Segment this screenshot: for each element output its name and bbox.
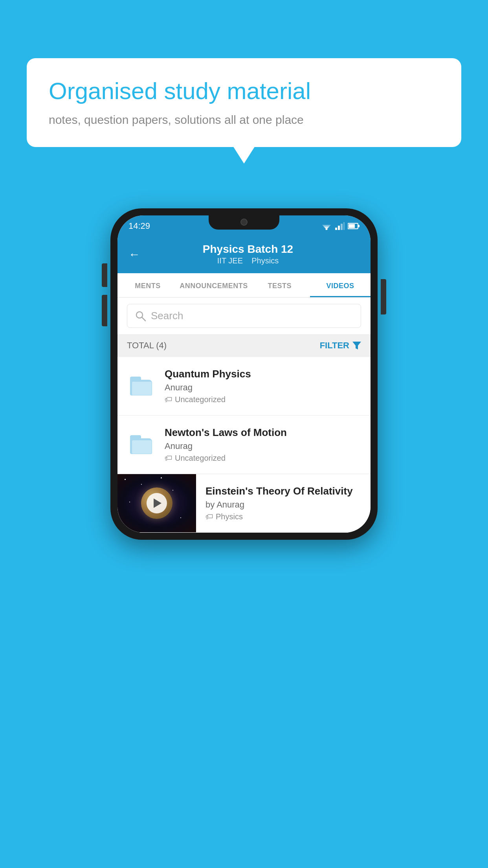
wifi-icon	[321, 222, 332, 230]
item-icon-1	[127, 377, 155, 395]
search-bar[interactable]: Search	[127, 304, 361, 328]
speech-bubble: Organised study material notes, question…	[27, 58, 461, 147]
tab-announcements[interactable]: ANNOUNCEMENTS	[178, 273, 250, 297]
speech-bubble-title: Organised study material	[49, 77, 439, 105]
speech-bubble-container: Organised study material notes, question…	[27, 58, 461, 147]
status-icons	[321, 222, 360, 230]
folder-icon-1	[130, 377, 152, 395]
search-icon	[135, 311, 146, 322]
phone-screen: 14:29	[117, 215, 371, 533]
item-title-1: Quantum Physics	[165, 368, 361, 380]
battery-icon	[348, 223, 360, 230]
search-bar-wrapper: Search	[117, 298, 371, 334]
tab-tests[interactable]: TESTS	[250, 273, 310, 297]
item-tag-2: 🏷 Uncategorized	[165, 454, 361, 463]
item-author-3: by Anurag	[205, 500, 361, 510]
filter-row: TOTAL (4) FILTER	[117, 334, 371, 357]
front-camera	[240, 219, 248, 226]
list-item[interactable]: Newton's Laws of Motion Anurag 🏷 Uncateg…	[117, 416, 371, 474]
header-subtitle: IIT JEE Physics	[148, 256, 348, 265]
filter-label: FILTER	[320, 340, 349, 351]
signal-icon	[335, 222, 345, 230]
play-icon	[154, 498, 161, 508]
app-header: ← Physics Batch 12 IIT JEE Physics	[117, 236, 371, 273]
item-tag-1: 🏷 Uncategorized	[165, 395, 361, 404]
speech-bubble-subtitle: notes, question papers, solutions all at…	[49, 113, 439, 127]
svg-rect-5	[338, 226, 340, 230]
phone-notch	[209, 215, 279, 230]
volume-up-button	[102, 263, 107, 287]
item-author-2: Anurag	[165, 441, 361, 451]
total-count: TOTAL (4)	[127, 340, 167, 351]
back-button[interactable]: ←	[128, 248, 140, 261]
volume-down-button	[102, 295, 107, 326]
item-title-2: Newton's Laws of Motion	[165, 427, 361, 439]
svg-line-12	[142, 317, 145, 321]
header-title: Physics Batch 12	[148, 243, 348, 256]
tag-icon-3: 🏷	[205, 512, 213, 521]
item-icon-2	[127, 435, 155, 454]
header-subtitle-part1: IIT JEE	[217, 256, 243, 265]
item-details-2: Newton's Laws of Motion Anurag 🏷 Uncateg…	[165, 427, 361, 463]
svg-rect-9	[349, 224, 355, 228]
video-thumbnail	[117, 474, 196, 532]
tab-ments[interactable]: MENTS	[117, 273, 178, 297]
play-button[interactable]	[147, 493, 167, 513]
header-subtitle-part2: Physics	[251, 256, 279, 265]
tag-icon-2: 🏷	[165, 454, 172, 463]
list-item[interactable]: Quantum Physics Anurag 🏷 Uncategorized	[117, 357, 371, 416]
svg-rect-4	[335, 228, 337, 230]
header-title-group: Physics Batch 12 IIT JEE Physics	[148, 243, 360, 265]
svg-marker-13	[352, 342, 361, 349]
folder-icon-2	[130, 435, 152, 454]
item-title-3: Einstein's Theory Of Relativity	[205, 485, 361, 497]
tab-videos[interactable]: VIDEOS	[310, 273, 371, 297]
tabs-bar: MENTS ANNOUNCEMENTS TESTS VIDEOS	[117, 273, 371, 298]
svg-rect-6	[341, 224, 343, 230]
phone-mockup: 14:29	[110, 208, 378, 540]
svg-rect-10	[358, 225, 360, 227]
svg-rect-7	[343, 222, 345, 230]
tag-icon-1: 🏷	[165, 395, 172, 404]
filter-icon	[352, 342, 361, 349]
list-item-video[interactable]: Einstein's Theory Of Relativity by Anura…	[117, 474, 371, 533]
filter-button[interactable]: FILTER	[320, 340, 361, 351]
list-container: Quantum Physics Anurag 🏷 Uncategorized	[117, 357, 371, 533]
status-time: 14:29	[128, 221, 150, 231]
item-author-1: Anurag	[165, 383, 361, 393]
phone-outer: 14:29	[110, 208, 378, 540]
power-button	[381, 279, 386, 314]
search-input[interactable]: Search	[151, 310, 183, 322]
item-details-1: Quantum Physics Anurag 🏷 Uncategorized	[165, 368, 361, 404]
item-tag-3: 🏷 Physics	[205, 512, 361, 521]
video-item-details: Einstein's Theory Of Relativity by Anura…	[205, 477, 361, 529]
